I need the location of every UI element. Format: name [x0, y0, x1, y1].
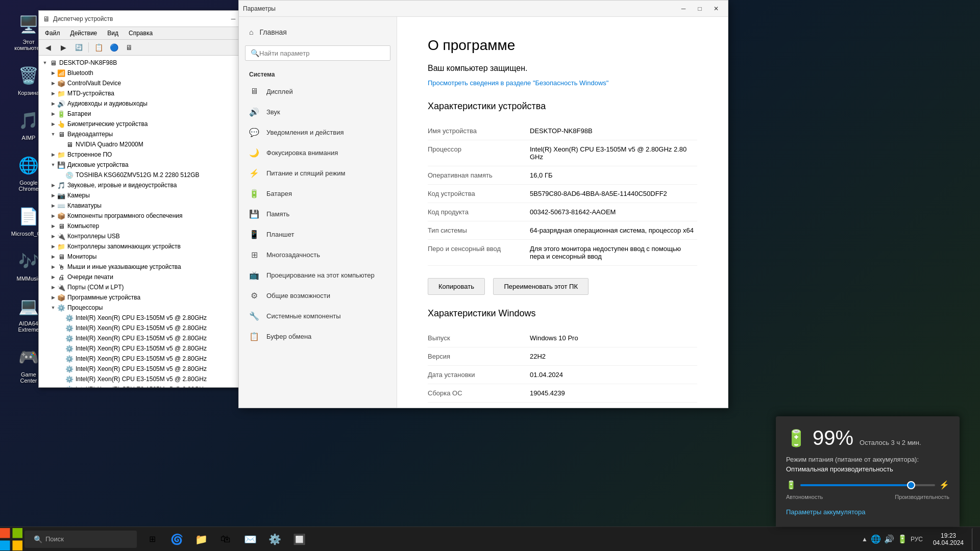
- nav-item-4[interactable]: ⚡ Питание и спящий режим: [239, 163, 397, 183]
- expander-6: ▼: [49, 130, 57, 138]
- nav-item-12[interactable]: 📋 Буфер обмена: [239, 326, 397, 346]
- menu-view[interactable]: Вид: [103, 28, 122, 38]
- taskbar-clock[interactable]: 19:23 04.04.2024: [929, 532, 968, 546]
- expander-20: ▶: [49, 273, 57, 281]
- systray-volume[interactable]: 🔊: [884, 534, 894, 544]
- settings-home-button[interactable]: ⌂ Главная: [239, 23, 397, 41]
- device-value-6: Для этого монитора недоступен ввод с пом…: [530, 245, 697, 260]
- expander-31: [57, 385, 65, 387]
- toolbar-icon-2[interactable]: 🔵: [107, 41, 121, 54]
- systray-network[interactable]: 🌐: [871, 534, 881, 544]
- item-label-17: Контроллеры запоминающих устройств: [67, 243, 181, 250]
- taskbar-store[interactable]: 🛍: [214, 528, 237, 550]
- item-label-0: Bluetooth: [67, 69, 93, 77]
- settings-close[interactable]: ✕: [708, 3, 724, 14]
- nav-item-8[interactable]: ⊞ Многозадачность: [239, 244, 397, 265]
- settings-body: ⌂ Главная 🔍 Система 🖥 Дисплей 🔊 Звук 💬 У…: [239, 17, 728, 408]
- item-label-30: Intel(R) Xeon(R) CPU E3-1505M v5 @ 2.80G…: [76, 375, 207, 383]
- item-icon-19: 🖱: [57, 263, 65, 271]
- taskbar-mail[interactable]: ✉️: [239, 528, 261, 550]
- windows-label-1: Версия: [428, 353, 530, 360]
- start-button[interactable]: [0, 528, 22, 550]
- toolbar-icon-3[interactable]: 🖥: [122, 41, 136, 54]
- item-label-8: Встроенное ПО: [67, 151, 112, 158]
- nav-icon-8: ⊞: [249, 249, 259, 260]
- nav-item-9[interactable]: 📺 Проецирование на этот компьютер: [239, 265, 397, 285]
- expander-14: ▶: [49, 212, 57, 220]
- svg-rect-0: [0, 528, 10, 538]
- battery-slider-thumb: [907, 481, 915, 489]
- settings-maximize[interactable]: □: [692, 3, 707, 14]
- item-label-13: Клавиатуры: [67, 202, 102, 209]
- battery-slider[interactable]: [800, 484, 935, 486]
- device-label-1: Процессор: [428, 145, 530, 161]
- systray-language[interactable]: РУС: [911, 536, 923, 543]
- windows-value-3: 19045.4239: [530, 389, 697, 397]
- item-icon-2: 📁: [57, 89, 65, 97]
- item-icon-18: 🖥: [57, 253, 65, 261]
- nav-label-8: Многозадачность: [266, 251, 320, 259]
- nav-label-9: Проецирование на этот компьютер: [266, 271, 375, 279]
- menu-action[interactable]: Действие: [66, 28, 102, 38]
- item-icon-12: 📷: [57, 191, 65, 199]
- nav-icon-11: 🔧: [249, 311, 259, 321]
- item-label-31: Intel(R) Xeon(R) CPU E3-1505M v5 @ 2.80G…: [76, 386, 207, 387]
- menu-help[interactable]: Справка: [125, 28, 157, 38]
- expander-3: ▶: [49, 99, 57, 108]
- nav-icon-3: 🌙: [249, 147, 259, 158]
- expander-16: ▶: [49, 232, 57, 240]
- rename-button[interactable]: Переименовать этот ПК: [493, 278, 589, 295]
- item-icon-27: ⚙️: [65, 344, 74, 353]
- nav-item-7[interactable]: 📱 Планшет: [239, 224, 397, 244]
- item-label-14: Компоненты программного обеспечения: [67, 212, 183, 219]
- nav-item-6[interactable]: 💾 Память: [239, 204, 397, 224]
- security-link[interactable]: Просмотреть сведения в разделе "Безопасн…: [428, 79, 697, 87]
- item-label-28: Intel(R) Xeon(R) CPU E3-1505M v5 @ 2.80G…: [76, 355, 207, 362]
- menu-file[interactable]: Файл: [41, 28, 64, 38]
- microsoft-icon: 📄: [16, 204, 41, 229]
- taskbar-show-desktop[interactable]: [972, 528, 976, 550]
- item-label-6: Видеоадаптеры: [67, 131, 113, 138]
- item-icon-5: 👆: [57, 120, 65, 128]
- expander-7: [57, 140, 65, 148]
- item-icon-10: 💿: [65, 171, 74, 179]
- taskbar-task-view[interactable]: ⊞: [141, 528, 163, 550]
- copy-button[interactable]: Копировать: [428, 278, 485, 295]
- expander-19: ▶: [49, 263, 57, 271]
- nav-item-1[interactable]: 🔊 Звук: [239, 102, 397, 122]
- expander-17: ▶: [49, 242, 57, 251]
- nav-item-2[interactable]: 💬 Уведомления и действия: [239, 122, 397, 142]
- nav-icon-6: 💾: [249, 209, 259, 219]
- nav-item-3[interactable]: 🌙 Фокусировка внимания: [239, 142, 397, 163]
- settings-search-box[interactable]: 🔍: [245, 45, 390, 61]
- taskbar-explorer[interactable]: 📁: [190, 528, 212, 550]
- nav-item-10[interactable]: ⚙ Общие возможности: [239, 285, 397, 306]
- taskbar-edge[interactable]: 🌀: [165, 528, 188, 550]
- forward-button[interactable]: ▶: [56, 41, 70, 54]
- item-label-12: Камеры: [67, 192, 90, 199]
- taskbar-settings[interactable]: ⚙️: [263, 528, 286, 550]
- item-label-26: Intel(R) Xeon(R) CPU E3-1505M v5 @ 2.80G…: [76, 335, 207, 342]
- nav-item-0[interactable]: 🖥 Дисплей: [239, 81, 397, 102]
- expander-10: [57, 171, 65, 179]
- taskbar-search[interactable]: 🔍 Поиск: [24, 531, 137, 548]
- settings-search-input[interactable]: [259, 49, 385, 57]
- back-button[interactable]: ◀: [41, 41, 55, 54]
- battery-mode-label: Режим питания (питание от аккумулятора):: [786, 456, 949, 463]
- device-label-6: Перо и сенсорный ввод: [428, 245, 530, 260]
- battery-slider-labels: Автономность Производительность: [786, 494, 949, 500]
- refresh-button[interactable]: 🔄: [71, 41, 86, 54]
- settings-minimize[interactable]: ─: [676, 3, 691, 14]
- toolbar-icon-1[interactable]: 📋: [91, 41, 106, 54]
- nav-item-5[interactable]: 🔋 Батарея: [239, 183, 397, 204]
- taskbar-app6[interactable]: 🔲: [288, 528, 310, 550]
- nav-item-11[interactable]: 🔧 Системные компоненты: [239, 306, 397, 326]
- battery-icon: 🔋: [786, 429, 806, 448]
- device-label-3: Код устройства: [428, 190, 530, 197]
- battery-settings-link[interactable]: Параметры аккумулятора: [786, 508, 865, 516]
- item-label-7: NVIDIA Quadro M2000M: [76, 141, 143, 148]
- systray-arrow[interactable]: ▲: [862, 536, 868, 543]
- windows-row-3: Сборка ОС 19045.4239: [428, 384, 697, 403]
- systray-battery[interactable]: 🔋: [897, 534, 908, 544]
- nav-icon-10: ⚙: [249, 290, 259, 300]
